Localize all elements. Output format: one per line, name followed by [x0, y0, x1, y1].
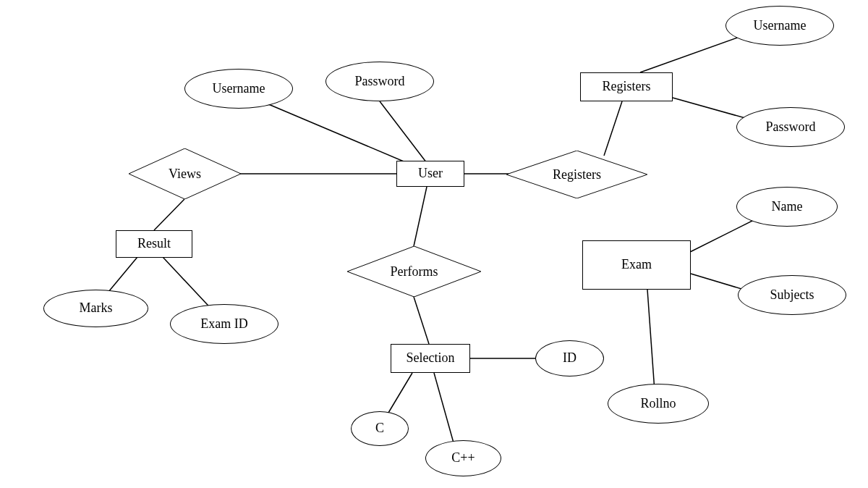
entity-result: Result [116, 230, 192, 258]
attr-selection-id: ID [535, 340, 604, 376]
relationship-registers: Registers [506, 151, 647, 198]
attr-user-username: Username [184, 69, 293, 109]
attr-selection-cpp-label: C++ [451, 451, 475, 466]
svg-line-13 [640, 36, 741, 72]
attr-result-examid: Exam ID [170, 304, 278, 344]
entity-selection-label: Selection [407, 351, 455, 366]
attr-exam-name-label: Name [772, 200, 803, 214]
attr-exam-rollno: Rollno [608, 384, 709, 424]
attr-selection-cpp: C++ [425, 440, 501, 476]
attr-selection-c: C [351, 411, 409, 446]
er-diagram: User Result Selection Exam Registers Vie… [0, 0, 868, 488]
entity-exam-label: Exam [621, 258, 652, 272]
svg-line-6 [414, 187, 427, 246]
attr-user-password-label: Password [354, 75, 404, 89]
relationship-performs-label: Performs [391, 264, 438, 279]
attr-selection-id-label: ID [563, 351, 576, 366]
entity-exam: Exam [582, 240, 691, 290]
entity-selection: Selection [391, 344, 470, 373]
attr-result-examid-label: Exam ID [200, 317, 247, 332]
entity-registers: Registers [580, 72, 673, 101]
entity-user-label: User [418, 167, 443, 181]
attr-selection-c-label: C [375, 421, 384, 436]
svg-line-0 [253, 98, 412, 165]
svg-line-1 [380, 101, 427, 163]
attr-exam-subjects: Subjects [738, 275, 846, 315]
relationship-performs: Performs [347, 246, 481, 297]
attr-exam-rollno-label: Rollno [640, 397, 676, 411]
svg-line-12 [604, 101, 622, 156]
attr-registers-password-label: Password [765, 120, 815, 135]
attr-user-password: Password [326, 62, 434, 101]
relationship-views-label: Views [169, 167, 201, 182]
attr-exam-name: Name [736, 187, 838, 227]
svg-line-10 [434, 373, 454, 445]
attr-registers-username-label: Username [754, 19, 807, 33]
attr-result-marks: Marks [43, 290, 148, 327]
entity-result-label: Result [137, 237, 171, 251]
svg-line-7 [414, 297, 429, 344]
attr-exam-subjects-label: Subjects [770, 288, 814, 303]
svg-line-17 [647, 290, 655, 391]
relationship-registers-label: Registers [553, 167, 601, 182]
attr-registers-username: Username [726, 6, 834, 46]
relationship-views: Views [129, 148, 241, 199]
entity-user: User [396, 161, 464, 187]
attr-registers-password: Password [736, 107, 845, 147]
entity-registers-label: Registers [603, 80, 651, 94]
svg-line-3 [154, 199, 184, 230]
attr-result-marks-label: Marks [80, 301, 113, 316]
attr-user-username-label: Username [213, 82, 265, 96]
